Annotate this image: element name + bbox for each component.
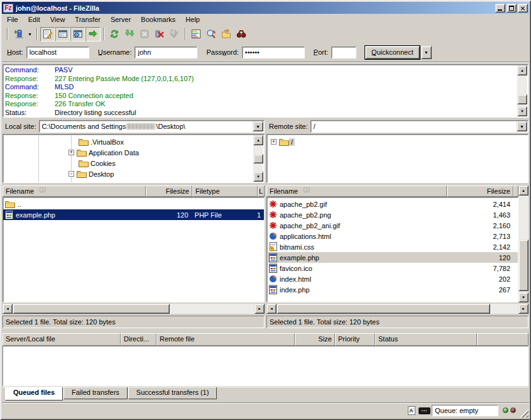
expand-icon[interactable]: + xyxy=(68,150,74,155)
username-input[interactable] xyxy=(134,47,197,58)
column-header-filename[interactable]: Filename xyxy=(3,185,146,197)
column-header-size[interactable]: Size xyxy=(295,333,335,346)
scroll-up-button[interactable]: ▲ xyxy=(517,65,527,75)
remote-site-dropdown[interactable]: ▼ xyxy=(517,121,527,131)
refresh-icon xyxy=(109,29,119,39)
column-header-server-local-file[interactable]: Server/Local file xyxy=(3,333,121,346)
menu-view[interactable]: View xyxy=(45,14,70,25)
tab-successful-transfers[interactable]: Successful transfers (1) xyxy=(128,387,217,399)
toggle-local-tree-button[interactable] xyxy=(55,27,70,41)
file-row[interactable]: favicon.ico 7,782 xyxy=(267,263,518,274)
scroll-thumb[interactable] xyxy=(276,304,490,314)
log-scrollbar[interactable]: ▲ ▼ xyxy=(517,65,527,116)
local-hscrollbar[interactable]: ◄ ► xyxy=(3,304,265,314)
remote-hscrollbar[interactable]: ◄ ► xyxy=(266,304,528,314)
scroll-down-button[interactable]: ▼ xyxy=(518,292,528,302)
scroll-left-button[interactable]: ◄ xyxy=(3,304,13,314)
remote-site-combo[interactable]: / ▼ xyxy=(310,120,528,133)
redacted-username xyxy=(126,123,155,130)
file-row[interactable]: bitnami.css 2,142 xyxy=(267,241,518,252)
menu-server[interactable]: Server xyxy=(106,14,136,25)
remote-list-scrollbar[interactable]: ▲ ▼ xyxy=(518,185,528,302)
refresh-button[interactable] xyxy=(107,27,122,41)
column-header-filename[interactable]: Filename xyxy=(266,185,447,197)
synchronized-browsing-button[interactable] xyxy=(219,27,234,41)
file-row-selected[interactable]: example.php 120 xyxy=(267,252,518,263)
expand-icon[interactable]: + xyxy=(271,139,276,145)
maximize-button[interactable] xyxy=(506,4,517,13)
column-header-lastmodified[interactable]: L xyxy=(258,185,265,197)
tab-failed-transfers[interactable]: Failed transfers xyxy=(63,387,128,399)
menu-transfer[interactable]: Transfer xyxy=(70,14,106,25)
minimize-button[interactable] xyxy=(495,4,505,13)
quickconnect-dropdown[interactable]: ▼ xyxy=(421,46,432,59)
column-header-direction[interactable]: Directi... xyxy=(121,333,156,346)
toggle-message-log-button[interactable] xyxy=(40,27,55,41)
transfer-type-indicator-icon[interactable]: A xyxy=(407,406,416,416)
menu-bookmarks[interactable]: Bookmarks xyxy=(136,14,180,25)
scroll-right-button[interactable]: ► xyxy=(518,304,528,314)
menu-help[interactable]: Help xyxy=(180,14,205,25)
cancel-operation-button[interactable] xyxy=(137,27,152,41)
close-button[interactable]: ✕ xyxy=(518,4,528,13)
local-tree-scrollbar[interactable]: ▲ ▼ xyxy=(253,135,263,182)
local-site-combo[interactable]: C:\Documents and Settings\Desktop\ ▼ xyxy=(39,120,265,133)
queue-list[interactable] xyxy=(3,346,528,386)
host-input[interactable] xyxy=(26,47,89,58)
process-queue-button[interactable] xyxy=(122,27,137,41)
filter-button[interactable] xyxy=(234,27,249,41)
scroll-thumb[interactable] xyxy=(517,94,527,104)
password-input[interactable] xyxy=(242,47,305,58)
toggle-remote-tree-button[interactable] xyxy=(70,27,85,41)
find-files-button[interactable] xyxy=(204,27,219,41)
tree-item-cookies[interactable]: Cookies xyxy=(79,158,118,169)
reconnect-icon xyxy=(170,29,180,39)
column-header-filetype[interactable]: Filetype xyxy=(192,185,258,197)
reconnect-button[interactable] xyxy=(167,27,182,41)
file-row-example-php[interactable]: example.php 120 PHP File 1 xyxy=(3,209,264,220)
scroll-left-button[interactable]: ◄ xyxy=(266,304,276,314)
scroll-right-button[interactable]: ► xyxy=(255,304,265,314)
site-manager-dropdown[interactable]: ▼ xyxy=(26,27,34,41)
disconnect-button[interactable] xyxy=(152,27,167,41)
tree-item-root[interactable]: + / xyxy=(271,136,295,147)
port-input[interactable] xyxy=(331,47,356,58)
scroll-down-button[interactable]: ▼ xyxy=(253,172,263,182)
column-header-filesize[interactable]: Filesize xyxy=(447,185,513,197)
file-row[interactable]: index.php 267 xyxy=(267,284,518,295)
file-row[interactable]: apache_pb2_ani.gif 2,160 xyxy=(267,220,518,231)
tab-queued-files[interactable]: Queued files xyxy=(5,387,63,401)
scroll-thumb[interactable] xyxy=(13,304,170,314)
scroll-up-button[interactable]: ▲ xyxy=(253,135,263,145)
file-row[interactable]: apache_pb2.gif 2,414 xyxy=(267,199,518,209)
column-header-filesize[interactable]: Filesize xyxy=(146,185,192,197)
tree-item-application-data[interactable]: + Application Data xyxy=(68,147,141,158)
directory-comparison-button[interactable] xyxy=(189,27,204,41)
column-header-status[interactable]: Status xyxy=(375,333,477,346)
file-row[interactable]: index.html 202 xyxy=(267,274,518,284)
scroll-down-button[interactable]: ▼ xyxy=(517,106,527,116)
menu-edit[interactable]: Edit xyxy=(23,14,45,25)
column-header-priority[interactable]: Priority xyxy=(335,333,375,346)
scroll-up-button[interactable]: ▲ xyxy=(518,185,528,196)
log-line: Response:227 Entering Passive Mode (127,… xyxy=(3,75,528,84)
site-manager-button[interactable] xyxy=(11,27,26,41)
resize-grip[interactable] xyxy=(519,408,528,417)
local-site-dropdown[interactable]: ▼ xyxy=(253,121,263,131)
log-line: Status:Directory listing successful xyxy=(3,109,528,118)
file-row-parent[interactable]: .. xyxy=(3,199,264,209)
scroll-thumb[interactable] xyxy=(253,154,263,163)
file-row[interactable]: apache_pb2.png 1,463 xyxy=(267,209,518,220)
tree-item-desktop[interactable]: - Desktop xyxy=(68,169,116,179)
app-icon[interactable]: Fz xyxy=(3,4,13,13)
column-header-remote-file[interactable]: Remote file xyxy=(156,333,295,346)
encryption-indicator-icon[interactable]: ••• xyxy=(419,407,430,414)
quickconnect-button[interactable]: Q̲uickconnect xyxy=(365,46,420,59)
menu-file[interactable]: File xyxy=(2,14,23,25)
tree-item-virtualbox[interactable]: .VirtualBox xyxy=(79,136,126,147)
file-row[interactable]: applications.html 2,713 xyxy=(267,231,518,241)
toggle-transfer-queue-button[interactable] xyxy=(85,27,101,41)
collapse-icon[interactable]: - xyxy=(68,171,74,177)
title-bar[interactable]: Fz john@localhost - FileZilla ✕ xyxy=(2,2,529,14)
scroll-thumb[interactable] xyxy=(518,240,528,291)
